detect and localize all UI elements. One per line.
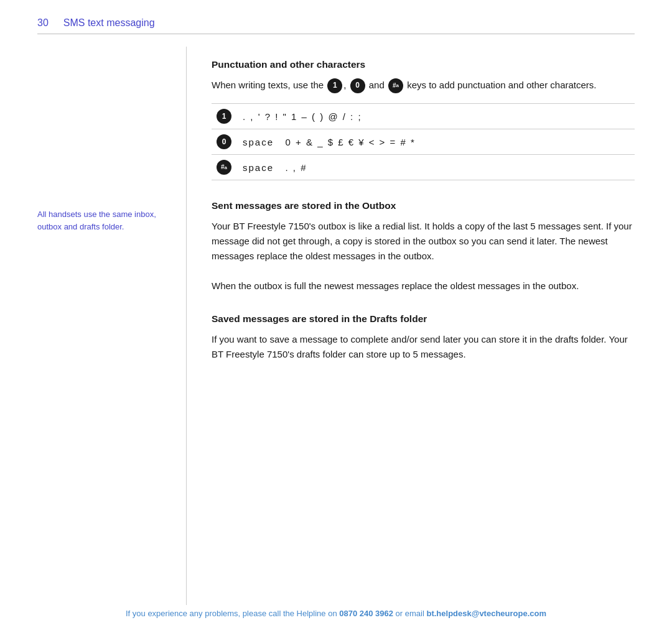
section-punctuation-title: Punctuation and other characters [212, 59, 635, 70]
header-divider [37, 34, 635, 34]
key-badge-1: 1 [327, 78, 342, 93]
section-punctuation-body: When writing texts, use the 1, 0 and #a … [212, 78, 635, 180]
char-list-1: . , ' ? ! " 1 – ( ) @ / : ; [236, 104, 635, 129]
section-drafts-body: If you want to save a message to complet… [212, 332, 635, 362]
key-badge-hash: #a [388, 78, 403, 93]
drafts-para-1: If you want to save a message to complet… [212, 332, 635, 362]
char-key-0: 0 [217, 134, 231, 149]
footer: If you experience any problems, please c… [0, 609, 672, 618]
outbox-para-2: When the outbox is full the newest messa… [212, 279, 635, 293]
page-header: 30 SMS text messaging [0, 0, 672, 29]
char-row-hash: #a space . , # [212, 155, 635, 180]
footer-phone: 0870 240 3962 [339, 609, 393, 618]
char-row-0: 0 space 0 + & _ $ £ € ¥ < > = # * [212, 129, 635, 155]
section-outbox-body: Your BT Freestyle 7150's outbox is like … [212, 219, 635, 293]
content-area: All handsets use the same inbox, outbox … [0, 47, 672, 605]
char-list-0: space 0 + & _ $ £ € ¥ < > = # * [236, 129, 635, 155]
section-outbox: Sent messages are stored in the Outbox Y… [212, 200, 635, 293]
char-key-hash: #a [217, 160, 231, 175]
page-title: SMS text messaging [63, 17, 155, 29]
footer-text-plain: If you experience any problems, please c… [126, 609, 339, 618]
char-list-hash: space . , # [236, 155, 635, 180]
footer-email: bt.helpdesk@vtecheurope.com [426, 609, 546, 618]
section-drafts: Saved messages are stored in the Drafts … [212, 313, 635, 362]
char-row-1: 1 . , ' ? ! " 1 – ( ) @ / : ; [212, 104, 635, 129]
main-content: Punctuation and other characters When wr… [187, 47, 635, 605]
footer-text-middle: or email [393, 609, 426, 618]
section-outbox-title: Sent messages are stored in the Outbox [212, 200, 635, 211]
char-table: 1 . , ' ? ! " 1 – ( ) @ / : ; 0 space 0 … [212, 103, 635, 180]
outbox-para-1: Your BT Freestyle 7150's outbox is like … [212, 219, 635, 264]
sidebar-note: All handsets use the same inbox, outbox … [37, 208, 174, 233]
key-badge-0: 0 [350, 78, 365, 93]
page-number: 30 [37, 17, 49, 29]
section-drafts-title: Saved messages are stored in the Drafts … [212, 313, 635, 325]
sidebar: All handsets use the same inbox, outbox … [37, 47, 187, 605]
char-key-1: 1 [217, 109, 231, 124]
section-punctuation: Punctuation and other characters When wr… [212, 59, 635, 180]
